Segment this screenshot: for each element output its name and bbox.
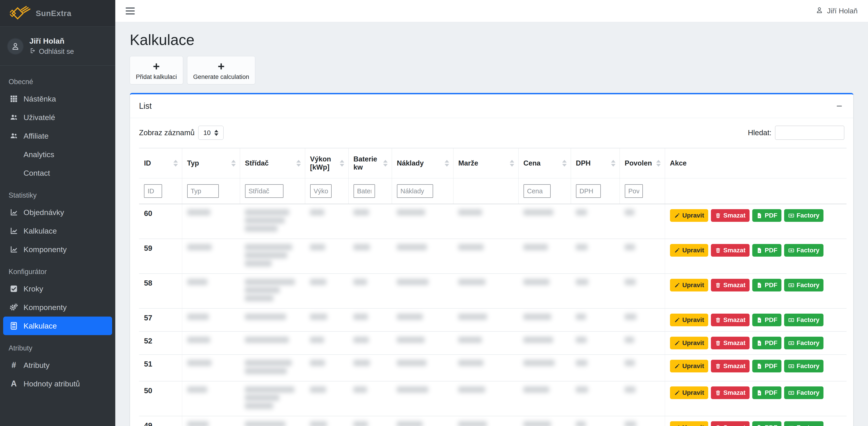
cell-vykon-kwp--blurred <box>305 355 348 381</box>
cell-stridac-blurred <box>240 308 305 332</box>
user-panel: Jiří Holaň Odhlásit se <box>0 27 115 66</box>
smazat-button[interactable]: Smazat <box>711 314 749 326</box>
cell-cena-blurred <box>518 416 571 426</box>
pdf-button[interactable]: PDF <box>752 421 781 426</box>
cell-cena-blurred <box>518 308 571 332</box>
upravit-button[interactable]: Upravit <box>670 387 708 399</box>
sidebar-item-atributy[interactable]: #Atributy <box>3 356 112 374</box>
smazat-button[interactable]: Smazat <box>711 421 749 426</box>
logout-link[interactable]: Odhlásit se <box>29 47 74 56</box>
sidebar-item-kalkulace[interactable]: Kalkulace <box>3 316 112 335</box>
page-size-select[interactable]: 10 <box>198 126 223 140</box>
factory-button[interactable]: Factory <box>784 244 824 256</box>
sidebar-item-komponenty[interactable]: Komponenty <box>3 298 112 316</box>
pdf-button[interactable]: PDF <box>752 244 781 256</box>
sidebar-item-hodnoty-atributu[interactable]: AHodnoty atributů <box>3 374 112 393</box>
column-header-marze[interactable]: Marže <box>453 148 518 178</box>
sort-icon[interactable] <box>174 160 178 166</box>
sort-icon[interactable] <box>656 160 661 166</box>
cell-stridac-blurred <box>240 239 305 274</box>
factory-button[interactable]: Factory <box>784 360 824 372</box>
sidebar-item-objednavky[interactable]: Objednávky <box>3 203 112 221</box>
pdf-button[interactable]: PDF <box>752 279 781 292</box>
cell-marze-blurred <box>453 308 518 332</box>
pdf-button[interactable]: PDF <box>752 360 781 372</box>
filter-input-stridac[interactable] <box>245 184 283 198</box>
brand-name[interactable]: SunExtra <box>36 9 71 18</box>
factory-button[interactable]: Factory <box>784 314 824 326</box>
search-input[interactable] <box>775 126 844 140</box>
smazat-button[interactable]: Smazat <box>711 387 749 399</box>
pdf-button[interactable]: PDF <box>752 337 781 349</box>
column-header-cena[interactable]: Cena <box>518 148 571 178</box>
pdf-button[interactable]: PDF <box>752 209 781 222</box>
add-calculation-button[interactable]: + Přidat kalkulaci <box>130 56 183 84</box>
sidebar-item-affiliate[interactable]: Affiliate <box>3 127 112 145</box>
file-pdf-icon <box>756 247 763 253</box>
column-header-id[interactable]: ID <box>139 148 182 178</box>
upravit-button[interactable]: Upravit <box>670 337 708 349</box>
sort-icon[interactable] <box>231 160 236 166</box>
column-header-typ[interactable]: Typ <box>182 148 240 178</box>
sidebar-item-kroky[interactable]: Kroky <box>3 279 112 298</box>
filter-input-dph[interactable] <box>576 184 601 198</box>
sidebar-toggle-icon[interactable] <box>126 7 135 14</box>
factory-button[interactable]: Factory <box>784 387 824 399</box>
column-header-naklady[interactable]: Náklady <box>392 148 453 178</box>
topbar-user-menu[interactable]: Jiří Holaň <box>815 6 858 16</box>
sidebar-item-kalkulace[interactable]: Kalkulace <box>3 221 112 240</box>
sidebar-item-nastenka[interactable]: Nástěnka <box>3 90 112 108</box>
pencil-icon <box>674 317 680 323</box>
sidebar-item-komponenty[interactable]: Komponenty <box>3 240 112 259</box>
sort-icon[interactable] <box>510 160 514 166</box>
generate-calculation-button[interactable]: + Generate calculation <box>187 56 255 84</box>
upravit-button[interactable]: Upravit <box>670 421 708 426</box>
sidebar-item-analytics[interactable]: Analytics <box>3 145 112 164</box>
column-header-stridac[interactable]: Střídač <box>240 148 305 178</box>
upravit-button[interactable]: Upravit <box>670 279 708 292</box>
upravit-button[interactable]: Upravit <box>670 314 708 326</box>
sidebar-item-contact[interactable]: Contact <box>3 164 112 182</box>
cell-dph-blurred <box>571 381 620 416</box>
smazat-button[interactable]: Smazat <box>711 279 749 292</box>
column-header-baterie-kw[interactable]: Baterie kw <box>348 148 392 178</box>
sort-icon[interactable] <box>611 160 616 166</box>
smazat-button[interactable]: Smazat <box>711 209 749 222</box>
brand[interactable]: SunExtra <box>0 0 115 27</box>
filter-input-cena[interactable] <box>524 184 551 198</box>
factory-button[interactable]: Factory <box>784 279 824 292</box>
filter-input-naklady[interactable] <box>397 184 433 198</box>
factory-button[interactable]: Factory <box>784 421 824 426</box>
filter-input-baterie-kw[interactable] <box>353 184 375 198</box>
sidebar-item-label: Nástěnka <box>24 94 56 103</box>
column-header-vykon-kwp-[interactable]: Výkon [kWp] <box>305 148 348 178</box>
filter-input-id[interactable] <box>144 184 162 198</box>
filter-input-vykon-kwp-[interactable] <box>310 184 332 198</box>
filter-input-typ[interactable] <box>187 184 219 198</box>
filter-input-povolen[interactable] <box>625 184 643 198</box>
sort-icon[interactable] <box>296 160 301 166</box>
smazat-button[interactable]: Smazat <box>711 360 749 372</box>
upravit-button[interactable]: Upravit <box>670 244 708 256</box>
smazat-button[interactable]: Smazat <box>711 244 749 256</box>
column-header-dph[interactable]: DPH <box>571 148 620 178</box>
collapse-button[interactable] <box>834 101 844 111</box>
cell-vykon-kwp--blurred <box>305 239 348 274</box>
cell-actions: UpravitSmazatPDFFactory <box>665 239 846 274</box>
pdf-button[interactable]: PDF <box>752 314 781 326</box>
sort-icon[interactable] <box>340 160 344 166</box>
sort-icon[interactable] <box>383 160 388 166</box>
sort-icon[interactable] <box>445 160 449 166</box>
pdf-button[interactable]: PDF <box>752 387 781 399</box>
factory-button[interactable]: Factory <box>784 209 824 222</box>
sidebar-item-uzivatele[interactable]: Uživatelé <box>3 108 112 127</box>
factory-button[interactable]: Factory <box>784 337 824 349</box>
upravit-button[interactable]: Upravit <box>670 360 708 372</box>
filter-cell-stridac <box>240 178 305 204</box>
upravit-button[interactable]: Upravit <box>670 209 708 222</box>
smazat-button[interactable]: Smazat <box>711 337 749 349</box>
pencil-icon <box>674 390 680 396</box>
column-header-povolen[interactable]: Povolen <box>620 148 665 178</box>
sort-icon[interactable] <box>562 160 567 166</box>
trash-icon <box>715 363 721 369</box>
